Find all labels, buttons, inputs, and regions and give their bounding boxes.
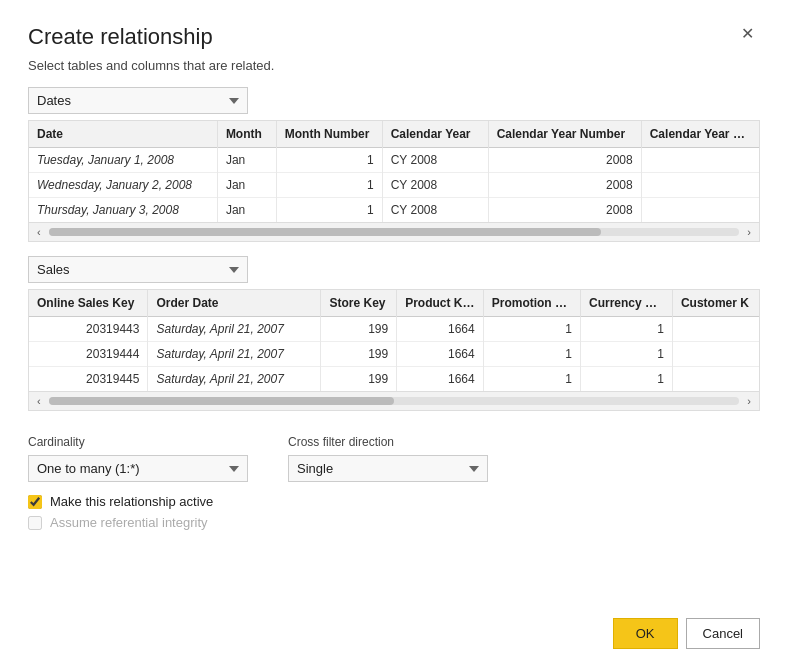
cell-date-3: Thursday, January 3, 2008	[29, 198, 217, 223]
cell-calyearmore-3	[641, 198, 759, 223]
cardinality-label: Cardinality	[28, 435, 248, 449]
cell-productkey-1: 1664	[397, 317, 484, 342]
cell-calyearmore-1	[641, 148, 759, 173]
cell-date-1: Tuesday, January 1, 2008	[29, 148, 217, 173]
col-header-calyearmore: Calendar Year Mor	[641, 121, 759, 148]
col-header-orderdate: Order Date	[148, 290, 321, 317]
col-header-promotionkey: Promotion Key	[483, 290, 580, 317]
table1: Date Month Month Number Calendar Year Ca…	[29, 121, 759, 222]
cell-orderdate-2: Saturday, April 21, 2007	[148, 342, 321, 367]
col-header-calyear: Calendar Year	[382, 121, 488, 148]
cell-calyearnum-2: 2008	[488, 173, 641, 198]
options-row: Cardinality One to many (1:*) Many to on…	[28, 435, 760, 482]
dialog-subtitle: Select tables and columns that are relat…	[28, 58, 760, 73]
referential-integrity-label: Assume referential integrity	[50, 515, 208, 530]
cell-saleskey-1: 20319443	[29, 317, 148, 342]
table2-scrollbar: ‹ ›	[29, 391, 759, 410]
referential-integrity-row: Assume referential integrity	[28, 515, 760, 530]
crossfilter-label: Cross filter direction	[288, 435, 488, 449]
table-row: Wednesday, January 2, 2008 Jan 1 CY 2008…	[29, 173, 759, 198]
crossfilter-group: Cross filter direction Single Both	[288, 435, 488, 482]
table-row: 20319445 Saturday, April 21, 2007 199 16…	[29, 367, 759, 392]
col-header-customer: Customer K	[672, 290, 759, 317]
active-relationship-label[interactable]: Make this relationship active	[50, 494, 213, 509]
table2-container: Online Sales Key Order Date Store Key Pr…	[28, 289, 760, 411]
cell-calyearnum-1: 2008	[488, 148, 641, 173]
scroll-right-icon[interactable]: ›	[743, 225, 755, 239]
active-relationship-checkbox[interactable]	[28, 495, 42, 509]
cell-month-3: Jan	[217, 198, 276, 223]
col-header-productkey: Product Key	[397, 290, 484, 317]
active-relationship-row: Make this relationship active	[28, 494, 760, 509]
table2-section: Sales Dates Online Sales Key Order Date …	[28, 256, 760, 411]
scroll-track-1[interactable]	[49, 228, 740, 236]
cell-month-2: Jan	[217, 173, 276, 198]
table-row: Thursday, January 3, 2008 Jan 1 CY 2008 …	[29, 198, 759, 223]
table2-header-row: Online Sales Key Order Date Store Key Pr…	[29, 290, 759, 317]
cell-currencykey-2: 1	[581, 342, 673, 367]
dialog-title: Create relationship	[28, 24, 213, 50]
table2-dropdown-row: Sales Dates	[28, 256, 760, 283]
cell-promotionkey-2: 1	[483, 342, 580, 367]
scroll-right-icon-2[interactable]: ›	[743, 394, 755, 408]
cell-currencykey-3: 1	[581, 367, 673, 392]
bottom-section: Cardinality One to many (1:*) Many to on…	[28, 435, 760, 536]
cell-calyear-3: CY 2008	[382, 198, 488, 223]
col-header-currencykey: Currency Key	[581, 290, 673, 317]
close-button[interactable]: ✕	[735, 24, 760, 44]
crossfilter-select[interactable]: Single Both	[288, 455, 488, 482]
col-header-date: Date	[29, 121, 217, 148]
table-row: 20319444 Saturday, April 21, 2007 199 16…	[29, 342, 759, 367]
cell-monthnum-1: 1	[276, 148, 382, 173]
col-header-monthnum: Month Number	[276, 121, 382, 148]
cell-saleskey-2: 20319444	[29, 342, 148, 367]
cell-monthnum-2: 1	[276, 173, 382, 198]
cell-calyearmore-2	[641, 173, 759, 198]
table1-section: Dates Sales Date Month Month Number Cale…	[28, 87, 760, 242]
cell-storekey-2: 199	[321, 342, 397, 367]
cell-orderdate-1: Saturday, April 21, 2007	[148, 317, 321, 342]
cell-promotionkey-1: 1	[483, 317, 580, 342]
scroll-thumb-2	[49, 397, 394, 405]
table1-container: Date Month Month Number Calendar Year Ca…	[28, 120, 760, 242]
cell-saleskey-3: 20319445	[29, 367, 148, 392]
cell-currencykey-1: 1	[581, 317, 673, 342]
title-bar: Create relationship ✕	[28, 24, 760, 50]
footer-buttons: OK Cancel	[28, 600, 760, 649]
col-header-storekey: Store Key	[321, 290, 397, 317]
cell-customer-3	[672, 367, 759, 392]
referential-integrity-checkbox[interactable]	[28, 516, 42, 530]
cell-productkey-2: 1664	[397, 342, 484, 367]
cell-calyear-1: CY 2008	[382, 148, 488, 173]
table-row: Tuesday, January 1, 2008 Jan 1 CY 2008 2…	[29, 148, 759, 173]
cell-calyear-2: CY 2008	[382, 173, 488, 198]
cell-storekey-1: 199	[321, 317, 397, 342]
col-header-month: Month	[217, 121, 276, 148]
cardinality-select[interactable]: One to many (1:*) Many to one (*:1) One …	[28, 455, 248, 482]
scroll-thumb-1	[49, 228, 602, 236]
cell-month-1: Jan	[217, 148, 276, 173]
cell-promotionkey-3: 1	[483, 367, 580, 392]
table2-select[interactable]: Sales Dates	[28, 256, 248, 283]
table1-select[interactable]: Dates Sales	[28, 87, 248, 114]
table-row: 20319443 Saturday, April 21, 2007 199 16…	[29, 317, 759, 342]
cancel-button[interactable]: Cancel	[686, 618, 760, 649]
table2: Online Sales Key Order Date Store Key Pr…	[29, 290, 759, 391]
cardinality-group: Cardinality One to many (1:*) Many to on…	[28, 435, 248, 482]
cell-customer-2	[672, 342, 759, 367]
table1-header-row: Date Month Month Number Calendar Year Ca…	[29, 121, 759, 148]
scroll-left-icon-2[interactable]: ‹	[33, 394, 45, 408]
cell-monthnum-3: 1	[276, 198, 382, 223]
ok-button[interactable]: OK	[613, 618, 678, 649]
scroll-left-icon[interactable]: ‹	[33, 225, 45, 239]
create-relationship-dialog: Create relationship ✕ Select tables and …	[0, 0, 788, 669]
scroll-track-2[interactable]	[49, 397, 740, 405]
cell-calyearnum-3: 2008	[488, 198, 641, 223]
cell-productkey-3: 1664	[397, 367, 484, 392]
col-header-onlinesaleskey: Online Sales Key	[29, 290, 148, 317]
table1-dropdown-row: Dates Sales	[28, 87, 760, 114]
cell-orderdate-3: Saturday, April 21, 2007	[148, 367, 321, 392]
table1-scrollbar: ‹ ›	[29, 222, 759, 241]
cell-customer-1	[672, 317, 759, 342]
col-header-calyearnum: Calendar Year Number	[488, 121, 641, 148]
